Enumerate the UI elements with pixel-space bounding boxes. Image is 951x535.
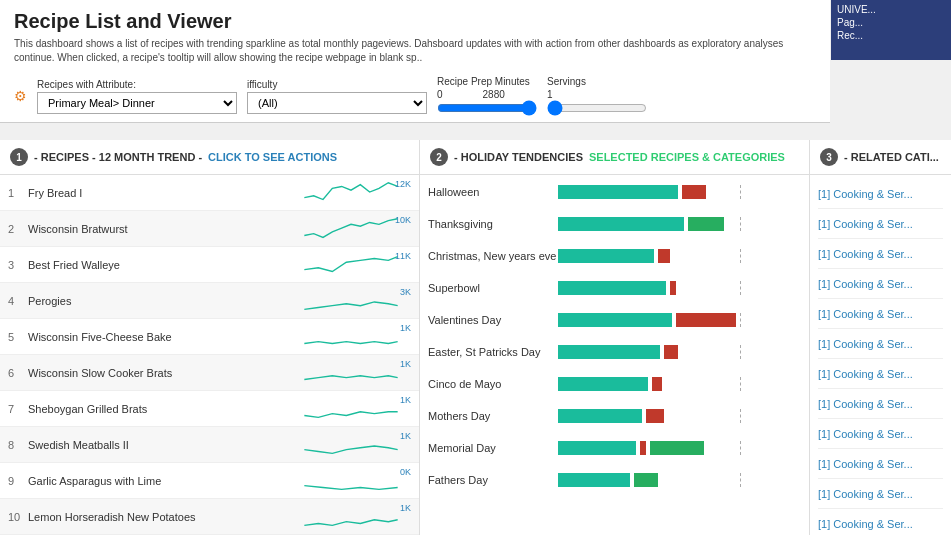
holiday-name: Valentines Day [428,314,558,326]
topbar-line3: Rec... [837,30,945,41]
related-row[interactable]: [1] Cooking & Ser... [818,509,943,535]
filter-icon[interactable]: ⚙ [14,88,27,104]
sparkline-label: 1K [400,359,411,369]
recipe-number: 1 [8,187,28,199]
servings-min: 1 [547,89,553,100]
recipe-row[interactable]: 6Wisconsin Slow Cooker Brats1K [0,355,419,391]
controls-bar: ⚙ Recipes with Attribute: Primary Meal> … [0,70,830,123]
reference-line [740,217,741,231]
related-row[interactable]: [1] Cooking & Ser... [818,359,943,389]
holiday-bar-container [558,377,801,391]
prep-range-slider[interactable] [437,100,537,116]
prep-min: 0 [437,89,443,100]
sparkline: 0K [291,467,411,495]
prep-max: 2880 [483,89,505,100]
sparkline-svg [291,503,411,531]
panel1-action[interactable]: CLICK TO SEE ACTIONS [208,151,337,163]
holiday-name: Superbowl [428,282,558,294]
reference-line [740,473,741,487]
related-row[interactable]: [1] Cooking & Ser... [818,269,943,299]
related-category-text: [1] Cooking & Ser... [818,428,913,440]
sparkline: 1K [291,359,411,387]
sparkline-label: 1K [400,431,411,441]
recipe-row[interactable]: 5Wisconsin Five-Cheese Bake1K [0,319,419,355]
related-row[interactable]: [1] Cooking & Ser... [818,209,943,239]
sparkline-label: 12K [395,179,411,189]
related-row[interactable]: [1] Cooking & Ser... [818,479,943,509]
recipe-number: 10 [8,511,28,523]
servings-range-slider[interactable] [547,100,647,116]
panel3-number: 3 [820,148,838,166]
sparkline-svg [291,431,411,459]
holiday-name: Halloween [428,186,558,198]
reference-line [740,185,741,199]
related-category-text: [1] Cooking & Ser... [818,338,913,350]
holiday-name: Thanksgiving [428,218,558,230]
sparkline: 12K [291,179,411,207]
holiday-row: Cinco de Mayo [428,371,801,397]
reference-line [740,409,741,423]
bar-primary [558,313,672,327]
bar-tertiary [688,217,724,231]
recipe-row[interactable]: 4Perogies3K [0,283,419,319]
recipe-number: 3 [8,259,28,271]
page-title: Recipe List and Viewer [14,10,816,33]
holiday-name: Mothers Day [428,410,558,422]
related-row[interactable]: [1] Cooking & Ser... [818,419,943,449]
related-category-text: [1] Cooking & Ser... [818,308,913,320]
sparkline-svg [291,359,411,387]
holiday-name: Easter, St Patricks Day [428,346,558,358]
reference-line [740,441,741,455]
holiday-row: Halloween [428,179,801,205]
related-row[interactable]: [1] Cooking & Ser... [818,179,943,209]
holiday-name: Fathers Day [428,474,558,486]
reference-line [740,377,741,391]
recipe-number: 7 [8,403,28,415]
difficulty-control: ifficulty (All) [247,79,427,114]
difficulty-select[interactable]: (All) [247,92,427,114]
holiday-row: Mothers Day [428,403,801,429]
related-row[interactable]: [1] Cooking & Ser... [818,329,943,359]
sparkline-svg [291,179,411,207]
attribute-select[interactable]: Primary Meal> Dinner [37,92,237,114]
top-bar: UNIVE... Pag... Rec... [831,0,951,60]
bar-secondary [658,249,670,263]
related-row[interactable]: [1] Cooking & Ser... [818,299,943,329]
recipe-name: Wisconsin Bratwurst [28,223,291,235]
recipe-row[interactable]: 10Lemon Horseradish New Potatoes1K [0,499,419,535]
holiday-list: HalloweenThanksgivingChristmas, New year… [420,175,809,535]
panel1-header: 1 - RECIPES - 12 MONTH TREND - CLICK TO … [0,140,419,175]
bar-secondary [682,185,706,199]
related-category-text: [1] Cooking & Ser... [818,458,913,470]
holiday-bar-container [558,313,801,327]
recipe-row[interactable]: 1Fry Bread I12K [0,175,419,211]
related-categories-list: [1] Cooking & Ser...[1] Cooking & Ser...… [810,175,951,535]
prep-control: Recipe Prep Minutes 0 2880 [437,76,537,116]
holiday-row: Valentines Day [428,307,801,333]
recipe-row[interactable]: 7Sheboygan Grilled Brats1K [0,391,419,427]
holiday-row: Easter, St Patricks Day [428,339,801,365]
sparkline-label: 1K [400,503,411,513]
related-row[interactable]: [1] Cooking & Ser... [818,239,943,269]
reference-line [740,313,741,327]
related-row[interactable]: [1] Cooking & Ser... [818,449,943,479]
reference-line [740,281,741,295]
related-category-text: [1] Cooking & Ser... [818,398,913,410]
holiday-bar-container [558,345,801,359]
recipe-number: 9 [8,475,28,487]
panel1-number: 1 [10,148,28,166]
related-row[interactable]: [1] Cooking & Ser... [818,389,943,419]
recipe-number: 2 [8,223,28,235]
holiday-bar-container [558,281,801,295]
panel-recipes: 1 - RECIPES - 12 MONTH TREND - CLICK TO … [0,140,420,535]
reference-line [740,249,741,263]
related-category-text: [1] Cooking & Ser... [818,188,913,200]
recipe-row[interactable]: 3Best Fried Walleye11K [0,247,419,283]
reference-line [740,345,741,359]
panel1-title: - RECIPES - 12 MONTH TREND - [34,151,202,163]
bar-secondary [670,281,676,295]
recipe-row[interactable]: 9Garlic Asparagus with Lime0K [0,463,419,499]
bar-primary [558,409,642,423]
recipe-row[interactable]: 2Wisconsin Bratwurst10K [0,211,419,247]
recipe-row[interactable]: 8Swedish Meatballs II1K [0,427,419,463]
